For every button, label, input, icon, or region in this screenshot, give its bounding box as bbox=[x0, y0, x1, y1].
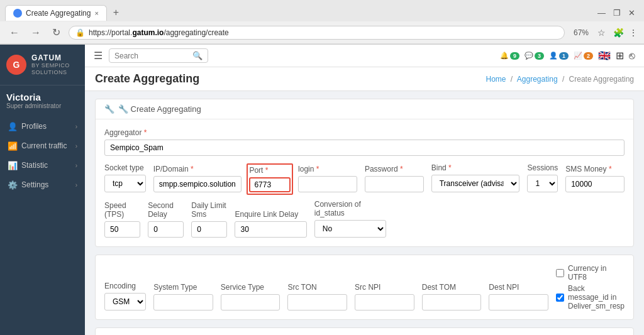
search-input[interactable] bbox=[114, 52, 190, 60]
port-input[interactable] bbox=[249, 177, 291, 192]
app-layout: G GATUM BY SEMPICO SOLUTIONS Victoria Su… bbox=[0, 45, 644, 335]
main-content: ☰ 🔍 🔔 9 💬 3 👤 1 📈 bbox=[85, 45, 644, 335]
dest-tom-input[interactable] bbox=[422, 294, 482, 310]
window-minimize[interactable]: — bbox=[594, 8, 609, 18]
active-tab[interactable]: Create Aggregating × bbox=[5, 5, 107, 21]
tab-close-button[interactable]: × bbox=[94, 9, 98, 17]
second-delay-input[interactable] bbox=[148, 221, 184, 238]
search-box[interactable]: 🔍 bbox=[109, 48, 208, 63]
socket-type-label: Socket type bbox=[104, 163, 146, 172]
conversion-select[interactable]: No Yes bbox=[314, 220, 386, 238]
aggregator-input[interactable] bbox=[104, 140, 625, 156]
dest-npi-input[interactable] bbox=[489, 294, 548, 310]
browser-chrome: Create Aggregating × + — ❐ ✕ ← → ↻ 🔒 htt… bbox=[0, 0, 644, 45]
sessions-select[interactable]: 123 bbox=[527, 175, 558, 192]
browser-controls: ← → ↻ 🔒 https://portal.gatum.io/aggregat… bbox=[0, 21, 644, 44]
statistic-icon: 📊 bbox=[8, 161, 18, 170]
src-npi-input[interactable] bbox=[355, 294, 414, 310]
encoding-select[interactable]: GSM UCS2 ASCII bbox=[104, 293, 146, 310]
sidebar-item-statistic[interactable]: 📊 Statistic › bbox=[0, 156, 85, 175]
src-npi-col: Src NPI bbox=[355, 283, 414, 310]
bookmark-icon[interactable]: ☆ bbox=[597, 28, 606, 38]
grid-icon[interactable]: ⊞ bbox=[616, 50, 624, 62]
brand-sub: BY SEMPICO SOLUTIONS bbox=[31, 62, 79, 76]
password-input[interactable] bbox=[365, 176, 424, 192]
back-message-checkbox[interactable] bbox=[556, 294, 564, 302]
sidebar-brand: G GATUM BY SEMPICO SOLUTIONS bbox=[0, 45, 85, 85]
ip-domain-input[interactable] bbox=[153, 176, 242, 192]
enquire-link-input[interactable] bbox=[235, 221, 306, 238]
currency-utf8-col: Currency in UTF8 Back message_id in Deli… bbox=[556, 264, 625, 310]
breadcrumb-current: Create Aggregating bbox=[569, 75, 634, 84]
forward-button[interactable]: → bbox=[28, 26, 44, 40]
back-message-row: Back message_id in Deliver_sm_resp bbox=[556, 284, 625, 310]
aggregator-label: Aggregator * bbox=[104, 128, 625, 137]
login-input[interactable] bbox=[298, 176, 357, 192]
address-bar[interactable]: 🔒 https://portal.gatum.io/aggregating/cr… bbox=[69, 26, 565, 40]
socket-type-select[interactable]: tcp udp bbox=[104, 175, 146, 192]
sidebar-username: Victoria bbox=[6, 92, 79, 102]
sidebar-item-settings[interactable]: ⚙️ Settings › bbox=[0, 175, 85, 195]
badge-count-2: 3 bbox=[535, 52, 544, 60]
traffic-icon: 📶 bbox=[8, 141, 18, 151]
daily-limit-input[interactable] bbox=[191, 221, 227, 238]
breadcrumb-home[interactable]: Home bbox=[486, 75, 506, 84]
gear-icon: 🔧 bbox=[104, 104, 114, 114]
login-label: login * bbox=[298, 165, 357, 173]
sidebar-item-current-traffic[interactable]: 📶 Current traffic › bbox=[0, 136, 85, 156]
system-type-label: System Type bbox=[153, 283, 213, 292]
page-title: Create Aggregating bbox=[95, 72, 199, 85]
logout-icon[interactable]: ⎋ bbox=[629, 50, 635, 62]
refresh-button[interactable]: ↻ bbox=[49, 25, 64, 40]
chevron-right-icon: › bbox=[75, 162, 77, 169]
daily-limit-label: Daily Limit Sms bbox=[191, 201, 227, 219]
bell-icon: 🔔 bbox=[500, 52, 509, 60]
chevron-right-icon: › bbox=[75, 143, 77, 150]
port-label: Port * bbox=[249, 166, 291, 175]
notification-badge-4[interactable]: 📈 2 bbox=[574, 52, 593, 60]
notification-badge-3[interactable]: 👤 1 bbox=[549, 52, 569, 60]
back-button[interactable]: ← bbox=[6, 26, 23, 40]
flag-icon[interactable]: 🇬🇧 bbox=[598, 50, 611, 62]
speed-col: Speed (TPS) bbox=[104, 201, 140, 238]
bind-col: Bind * Transceiver (advisable) Transmitt… bbox=[431, 163, 520, 192]
notification-badge-2[interactable]: 💬 3 bbox=[525, 52, 544, 60]
menu-icon[interactable]: ⋮ bbox=[629, 28, 638, 38]
system-type-input[interactable] bbox=[153, 294, 213, 310]
sms-money-label: SMS Money * bbox=[565, 165, 625, 173]
zoom-level: 67% bbox=[574, 28, 589, 37]
src-ton-col: Src TON bbox=[287, 283, 347, 310]
sidebar-nav: 👤 Profiles › 📶 Current traffic › 📊 Stati… bbox=[0, 112, 85, 335]
enquire-link-col: Enquire Link Delay bbox=[235, 210, 306, 238]
url-display: https://portal.gatum.io/aggregating/crea… bbox=[89, 28, 229, 37]
sidebar-item-label: Statistic bbox=[21, 161, 48, 170]
encoding-card: Encoding GSM UCS2 ASCII System Type bbox=[95, 255, 634, 320]
speed-input[interactable] bbox=[104, 221, 140, 238]
login-col: login * bbox=[298, 165, 357, 192]
src-npi-label: Src NPI bbox=[355, 283, 414, 292]
chart-icon: 📈 bbox=[574, 52, 582, 60]
hamburger-icon[interactable]: ☰ bbox=[94, 50, 103, 62]
content-header: Create Aggregating Home / Aggregating / … bbox=[85, 67, 644, 91]
src-ton-input[interactable] bbox=[287, 294, 347, 310]
breadcrumb-aggregating[interactable]: Aggregating bbox=[517, 75, 558, 84]
sessions-col: Sessions 123 bbox=[527, 163, 558, 192]
extensions-icon[interactable]: 🧩 bbox=[613, 28, 624, 38]
notification-badge-1[interactable]: 🔔 9 bbox=[500, 52, 519, 60]
aggregator-group: Aggregator * bbox=[104, 128, 625, 156]
bind-select[interactable]: Transceiver (advisable) Transmitter Rece… bbox=[431, 175, 520, 192]
window-close[interactable]: ✕ bbox=[625, 8, 639, 18]
sidebar-item-label: Profiles bbox=[21, 122, 47, 131]
currency-utf8-checkbox[interactable] bbox=[556, 269, 564, 277]
window-maximize[interactable]: ❐ bbox=[609, 8, 625, 18]
sms-money-input[interactable] bbox=[565, 176, 625, 192]
second-delay-label: Second Delay bbox=[148, 201, 184, 219]
service-type-label: Service Type bbox=[221, 283, 280, 292]
enquire-link-label: Enquire Link Delay bbox=[235, 210, 306, 219]
brand-logo: G bbox=[6, 55, 26, 75]
sidebar-item-profiles[interactable]: 👤 Profiles › bbox=[0, 117, 85, 136]
service-type-input[interactable] bbox=[221, 294, 280, 310]
breadcrumb: Home / Aggregating / Create Aggregating bbox=[486, 75, 634, 84]
new-tab-button[interactable]: + bbox=[107, 4, 125, 21]
card-header-text: 🔧 Create Aggregating bbox=[118, 104, 201, 114]
